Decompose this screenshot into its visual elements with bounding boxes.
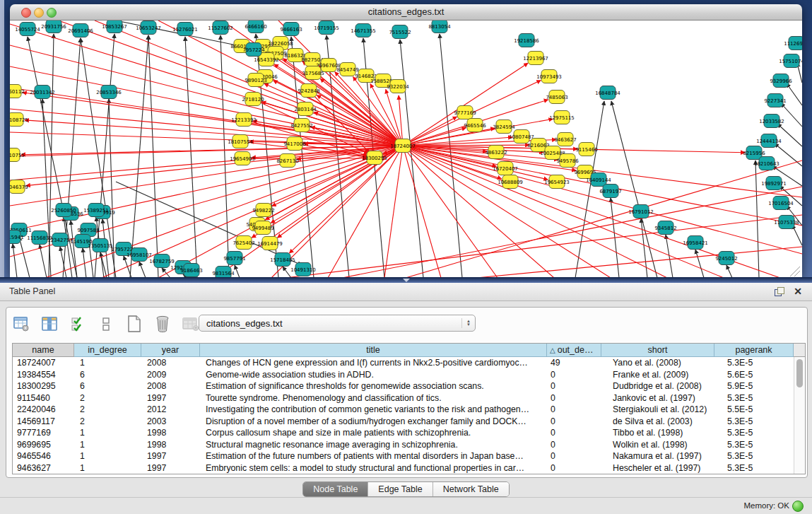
table-row[interactable]: 2242004622012Investigating the contribut… xyxy=(13,404,794,416)
column-header-in-degree[interactable]: in_degree xyxy=(74,344,141,357)
table-row[interactable]: 911546021997Tourette syndrome. Phenomeno… xyxy=(13,392,794,404)
network-node[interactable]: 9322034 xyxy=(387,80,409,93)
network-node[interactable]: 12975115 xyxy=(549,111,575,124)
edge[interactable] xyxy=(19,237,30,278)
edge[interactable] xyxy=(71,221,77,278)
network-node[interactable]: 9498222 xyxy=(252,204,274,217)
table-selector-dropdown[interactable]: citations_edges.txt ▲▼ xyxy=(199,315,476,332)
network-node[interactable]: 7485063 xyxy=(546,90,567,104)
table-row[interactable]: 1872400712008Changes of HCN gene express… xyxy=(13,357,794,369)
network-node[interactable]: 20853346 xyxy=(96,86,122,99)
edge[interactable] xyxy=(130,35,148,278)
network-node[interactable]: 4863222 xyxy=(485,146,507,159)
edge[interactable] xyxy=(139,262,146,278)
network-node[interactable]: 9463627 xyxy=(554,133,576,146)
edge[interactable] xyxy=(384,146,403,278)
network-node[interactable]: 8267130 xyxy=(276,154,298,168)
edge[interactable] xyxy=(13,244,17,278)
network-node[interactable]: 10491310 xyxy=(290,263,316,276)
network-node[interactable]: 7515522 xyxy=(389,25,411,39)
network-node[interactable]: 9046379 xyxy=(10,180,28,194)
network-node[interactable]: 17016504 xyxy=(768,197,794,210)
network-node[interactable]: 6466160 xyxy=(245,21,266,33)
network-node[interactable]: 11527602 xyxy=(208,21,233,35)
network-node[interactable]: 2718120 xyxy=(242,93,264,106)
network-node[interactable]: 12108725 xyxy=(10,113,28,127)
tab-network-table[interactable]: Network Table xyxy=(433,482,509,496)
network-node[interactable]: 8427552 xyxy=(290,119,312,132)
network-node[interactable]: 18107554 xyxy=(228,135,253,148)
column-header-title[interactable]: title xyxy=(200,344,547,357)
table-row[interactable]: 946362711997Embryonic stem cells: a mode… xyxy=(13,462,794,474)
network-node[interactable]: 10973493 xyxy=(536,70,562,83)
table-row[interactable]: 1830029562008Estimation of significance … xyxy=(13,380,794,392)
select-column-icon[interactable] xyxy=(40,315,59,333)
network-node[interactable]: 9466163 xyxy=(280,23,302,36)
network-node[interactable]: 16791012 xyxy=(628,205,654,218)
edge[interactable] xyxy=(400,40,423,278)
clear-row-selection-icon[interactable] xyxy=(97,315,115,333)
network-node[interactable]: 19654923 xyxy=(544,175,570,189)
network-node[interactable]: 9115460 xyxy=(575,143,597,156)
network-node[interactable]: 9831564 xyxy=(212,267,235,279)
network-node[interactable]: 15751074 xyxy=(779,54,802,68)
edge[interactable] xyxy=(403,146,441,278)
edge[interactable] xyxy=(148,35,158,278)
column-header-year[interactable]: year xyxy=(141,344,200,357)
edge[interactable] xyxy=(185,37,197,278)
network-node[interactable]: 9186463 xyxy=(180,264,202,277)
column-header-out-de-[interactable]: △out_de… xyxy=(547,344,601,357)
network-node[interactable]: 6879197 xyxy=(599,185,621,198)
network-node[interactable]: 3175685 xyxy=(302,66,324,80)
tab-node-table[interactable]: Node Table xyxy=(303,482,368,496)
network-node[interactable]: 9495786 xyxy=(556,154,579,168)
network-node[interactable]: 16720407 xyxy=(493,162,518,175)
select-all-rows-icon[interactable] xyxy=(69,315,87,333)
network-node[interactable]: 16958421 xyxy=(683,236,708,250)
network-node[interactable]: 19892971 xyxy=(761,177,787,190)
network-node[interactable]: 9227341 xyxy=(764,94,786,107)
edge[interactable] xyxy=(792,225,802,245)
table-row[interactable]: 946554611997Estimation of the future num… xyxy=(13,450,794,462)
network-node[interactable]: 9242848 xyxy=(298,84,319,98)
edge[interactable] xyxy=(40,245,47,278)
network-node[interactable]: 9329966 xyxy=(770,74,792,88)
network-node[interactable]: 10653247 xyxy=(136,21,161,35)
delete-table-icon[interactable] xyxy=(182,315,200,333)
edge[interactable] xyxy=(235,265,240,278)
network-node[interactable]: 2803144 xyxy=(294,103,317,116)
edge[interactable] xyxy=(162,268,170,278)
edge[interactable] xyxy=(10,132,403,146)
edge[interactable] xyxy=(476,247,802,278)
column-header-name[interactable]: name xyxy=(13,344,74,357)
network-node[interactable]: 11126997 xyxy=(784,37,802,50)
edge[interactable] xyxy=(42,99,51,278)
column-header-short[interactable]: short xyxy=(601,344,714,357)
network-node[interactable]: 15276021 xyxy=(172,23,198,36)
close-icon[interactable]: ✕ xyxy=(794,286,802,297)
splitter-grip[interactable] xyxy=(403,279,410,282)
network-node[interactable]: 12213393 xyxy=(231,113,257,127)
column-header-pagerank[interactable]: pagerank xyxy=(714,344,794,357)
network-node[interactable]: 12033582 xyxy=(759,115,784,128)
float-window-icon[interactable] xyxy=(775,287,784,296)
edge[interactable] xyxy=(403,146,802,254)
edge[interactable] xyxy=(695,250,704,278)
network-node[interactable]: 3824594 xyxy=(493,120,515,134)
network-node[interactable]: 15718485 xyxy=(270,253,295,267)
network-node[interactable]: 9890123 xyxy=(245,74,266,87)
network-node[interactable]: 16914479 xyxy=(257,237,283,250)
table-row[interactable]: 1456911722003Disruption of a novel membe… xyxy=(13,416,794,428)
scrollbar-thumb[interactable] xyxy=(796,359,803,387)
network-node[interactable]: 16848784 xyxy=(595,86,620,100)
network-node[interactable]: 14055724 xyxy=(15,23,40,36)
network-node[interactable]: 19654903 xyxy=(230,152,255,165)
hub-edge[interactable] xyxy=(23,93,403,146)
network-node[interactable]: 9345812 xyxy=(654,221,676,235)
network-node[interactable]: 9499489 xyxy=(252,221,273,235)
table-row[interactable]: 977716911998Corpus callosum shape and si… xyxy=(13,427,794,439)
table-row[interactable]: 969969511998Structural magnetic resonanc… xyxy=(13,439,794,451)
hub-edge[interactable] xyxy=(403,137,512,146)
tab-edge-table[interactable]: Edge Table xyxy=(368,482,433,496)
network-node[interactable]: 10719155 xyxy=(314,21,339,35)
